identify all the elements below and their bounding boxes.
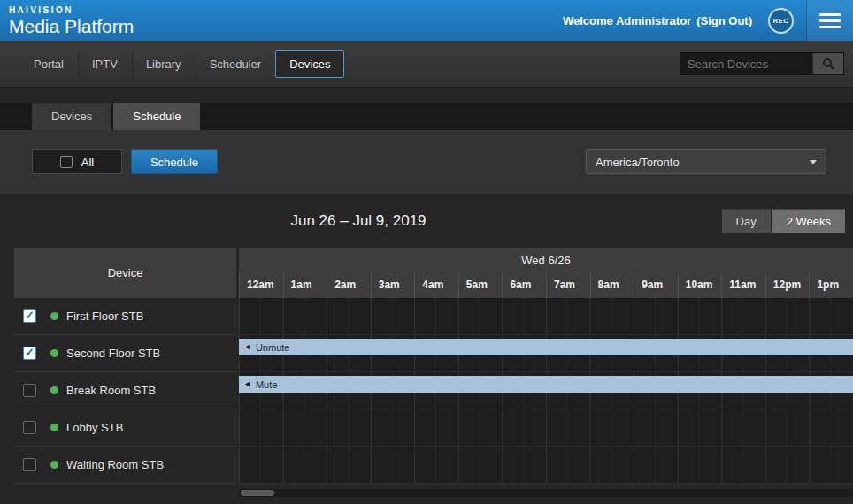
hour-labels: 12am 1am 2am 3am 4am 5am 6am 7am 8am 9am…	[239, 272, 853, 298]
device-name: Waiting Room STB	[66, 458, 164, 471]
timezone-dropdown[interactable]: America/Toronto	[586, 149, 826, 174]
main-nav: Portal IPTV Library Scheduler Devices	[0, 41, 853, 88]
hour-label: 1pm	[809, 272, 853, 298]
sign-out-link[interactable]: (Sign Out)	[696, 14, 752, 27]
hour-label: 9am	[634, 272, 678, 298]
status-dot	[50, 424, 58, 431]
nav-item-scheduler[interactable]: Scheduler	[196, 50, 276, 78]
nav-item-devices[interactable]: Devices	[275, 50, 344, 78]
view-switcher: Day 2 Weeks	[722, 209, 845, 233]
timeline-scrollbar-row	[14, 489, 853, 497]
brand-logo: HΛIVISION Media Platform	[0, 6, 134, 35]
nav-item-library[interactable]: Library	[132, 50, 196, 78]
hour-label: 7am	[546, 272, 590, 298]
hour-label: 12pm	[765, 272, 810, 298]
hour-label: 10am	[678, 272, 722, 298]
device-search	[680, 52, 844, 75]
device-column-header: Device	[14, 248, 236, 298]
device-row: Break Room STB	[14, 372, 236, 409]
schedule-grid: Device First Floor STB Second Floor STB …	[14, 248, 853, 484]
device-checkbox[interactable]	[23, 309, 36, 323]
device-name: First Floor STB	[66, 309, 143, 323]
timeline-row: ◄ Unmute	[239, 335, 853, 372]
device-row: Waiting Room STB	[14, 447, 236, 484]
search-icon	[822, 57, 835, 71]
brand-name: HΛIVISION	[9, 6, 134, 15]
scrollbar-thumb[interactable]	[241, 490, 274, 496]
speaker-icon: ◄	[243, 380, 251, 388]
hour-label: 8am	[590, 272, 634, 298]
event-label: Mute	[256, 379, 277, 390]
hour-label: 6am	[502, 272, 546, 298]
timeline-row: ◄	[239, 447, 853, 484]
view-day-button[interactable]: Day	[722, 209, 771, 233]
status-dot	[50, 312, 58, 320]
tab-devices[interactable]: Devices	[32, 103, 111, 130]
hour-label: 5am	[458, 272, 503, 298]
speaker-icon: ◄	[243, 343, 251, 351]
welcome-text: Welcome Administrator	[563, 14, 691, 27]
timeline-row: ◄	[239, 409, 853, 447]
event-label: Unmute	[256, 342, 290, 353]
rec-badge: REC	[768, 8, 794, 34]
hour-label: 2am	[327, 272, 371, 298]
timeline-header: Wed 6/26 12am 1am 2am 3am 4am 5am 6am 7a…	[239, 248, 853, 298]
schedule-event[interactable]: ◄ Unmute	[239, 339, 853, 355]
schedule-event[interactable]: ◄ Mute	[239, 376, 853, 393]
device-name: Lobby STB	[66, 421, 123, 434]
hour-label: 1am	[283, 272, 327, 298]
search-input[interactable]	[680, 52, 812, 75]
device-checkbox[interactable]	[23, 421, 36, 434]
tab-schedule[interactable]: Schedule	[113, 103, 200, 130]
scrollbar-track	[239, 489, 853, 497]
schedule-toolbar: All Schedule America/Toronto	[0, 130, 853, 194]
day-header: Wed 6/26	[239, 248, 853, 272]
header-right: Welcome Administrator (Sign Out) REC	[563, 0, 853, 41]
device-name: Break Room STB	[66, 384, 156, 397]
timeline-row: ◄	[239, 298, 853, 335]
device-checkbox[interactable]	[23, 458, 36, 471]
tab-bar: Devices Schedule	[0, 103, 853, 130]
device-row: Second Floor STB	[14, 335, 236, 372]
device-row: First Floor STB	[14, 298, 236, 335]
date-range-row: Jun 26 – Jul 9, 2019 Day 2 Weeks	[0, 194, 853, 248]
view-2weeks-button[interactable]: 2 Weeks	[772, 209, 845, 233]
select-all-button[interactable]: All	[32, 149, 122, 174]
hour-label: 4am	[414, 272, 458, 298]
hour-label: 12am	[239, 272, 283, 298]
timezone-value: America/Toronto	[596, 156, 680, 169]
device-column: Device First Floor STB Second Floor STB …	[14, 248, 236, 484]
search-button[interactable]	[812, 52, 844, 75]
status-dot	[50, 386, 58, 394]
nav-item-iptv[interactable]: IPTV	[78, 50, 132, 78]
chevron-down-icon	[810, 160, 817, 164]
status-dot	[50, 349, 58, 357]
date-range-title: Jun 26 – Jul 9, 2019	[290, 212, 426, 230]
timeline: Wed 6/26 12am 1am 2am 3am 4am 5am 6am 7a…	[239, 248, 853, 484]
menu-icon[interactable]	[806, 0, 853, 41]
all-label: All	[81, 156, 94, 169]
timeline-row: ◄ Mute	[239, 372, 853, 409]
device-checkbox[interactable]	[23, 347, 36, 360]
device-row: Lobby STB	[14, 409, 236, 447]
scrollbar-spacer	[14, 489, 236, 497]
nav-item-portal[interactable]: Portal	[19, 50, 78, 78]
all-checkbox[interactable]	[60, 156, 73, 168]
hour-label: 3am	[371, 272, 415, 298]
device-name: Second Floor STB	[66, 347, 160, 360]
device-checkbox[interactable]	[23, 384, 36, 397]
status-dot	[50, 461, 58, 469]
brand-product: Media Platform	[9, 17, 134, 35]
hour-label: 11am	[721, 272, 765, 298]
schedule-button[interactable]: Schedule	[131, 149, 218, 174]
top-header: HΛIVISION Media Platform Welcome Adminis…	[0, 0, 853, 41]
